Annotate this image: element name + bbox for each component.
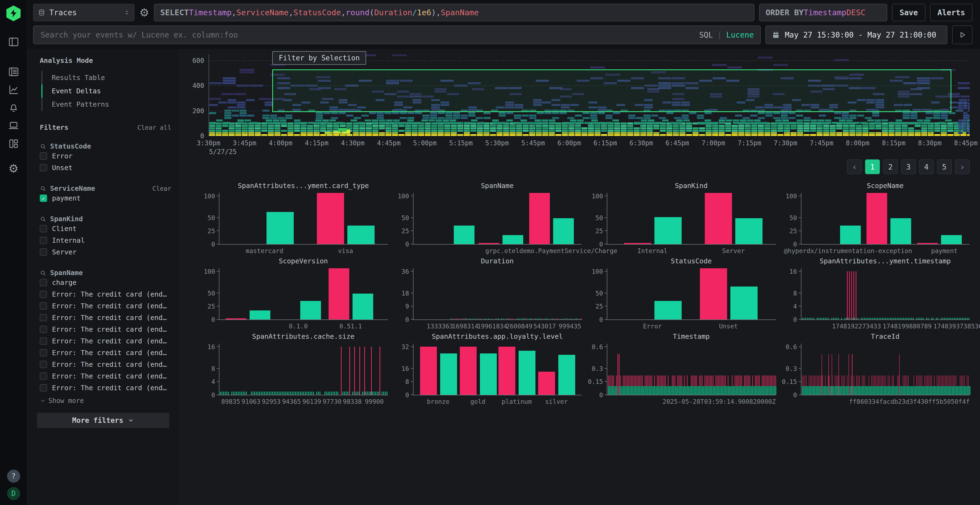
pagination-page-4[interactable]: 4 [919,159,934,174]
checkbox[interactable] [40,291,47,298]
mode-item-results-table[interactable]: Results Table [41,71,171,84]
checkbox[interactable] [40,361,47,368]
filter-option[interactable]: Error: The credit card (end… [40,359,171,370]
pagination-next-button[interactable]: › [955,159,970,174]
value-label: 96139 [302,398,321,405]
filter-option[interactable]: Error: The credit card (end… [40,382,171,394]
lucene-toggle[interactable]: Lucene [726,30,754,40]
save-button[interactable]: Save [892,4,925,21]
filter-option[interactable]: charge [40,277,171,288]
green-bar [632,386,633,395]
filter-option[interactable]: Internal [40,235,171,246]
green-bar [771,386,772,395]
checkbox[interactable] [40,302,47,310]
base-bar [858,318,858,319]
x-tick-label: 5:45pm [521,139,545,147]
checkbox[interactable] [40,279,47,286]
timeline-plot[interactable]: Filter by Selection [208,54,970,136]
filter-by-selection-tooltip[interactable]: Filter by Selection [272,51,366,65]
filter-option[interactable]: Client [40,223,171,235]
rail-alerts-bell[interactable] [7,101,20,114]
run-query-button[interactable] [952,25,972,44]
filter-option[interactable]: Error [40,150,171,162]
green-bar [766,386,767,395]
chart-plot[interactable] [219,193,388,245]
chart-plot[interactable] [413,268,582,320]
checkbox[interactable] [40,384,47,392]
source-settings-gear-icon[interactable]: ⚙ [139,6,149,19]
mode-item-event-patterns[interactable]: Event Patterns [41,98,171,111]
rail-sessions-laptop[interactable] [7,119,20,132]
green-bar [741,386,742,395]
pagination-page-1[interactable]: 1 [865,159,880,174]
more-filters-button[interactable]: More filters [37,413,169,428]
chart-plot[interactable] [219,344,388,395]
rail-dashboards[interactable] [7,137,20,150]
alerts-button[interactable]: Alerts [930,4,972,21]
filter-option[interactable]: Server [40,246,171,258]
base-bar [875,318,876,319]
pagination-page-3[interactable]: 3 [901,159,916,174]
pagination-prev-button[interactable]: ‹ [847,159,862,174]
checkbox[interactable] [40,248,47,256]
mode-item-event-deltas[interactable]: Event Deltas [41,84,171,98]
sql-toggle[interactable]: SQL [699,30,713,40]
language-toggle[interactable]: SQL | Lucene [699,30,754,40]
rail-settings-gear[interactable]: ⚙ [7,162,20,175]
pagination-page-5[interactable]: 5 [937,159,952,174]
filter-option[interactable]: Unset [40,162,171,173]
rail-event-feed[interactable] [7,65,20,78]
checkbox[interactable] [40,237,47,244]
checkbox[interactable] [40,373,47,380]
y-tick-mark [799,230,801,231]
rail-chart-line[interactable] [7,83,20,96]
chart-plot[interactable] [801,193,970,245]
clear-all-link[interactable]: Clear all [137,124,171,131]
checkbox[interactable] [40,152,47,160]
show-more-link[interactable]: Show more [40,397,171,405]
checkbox[interactable] [40,314,47,321]
chart-plot[interactable] [607,193,776,245]
search-input[interactable] [40,30,699,40]
chart-plot[interactable] [413,344,582,395]
chart-plot[interactable] [219,268,388,320]
sql-select-input[interactable]: SELECT Timestamp,ServiceName,StatusCode,… [154,4,755,21]
y-tick-mark [217,293,219,293]
filter-option[interactable]: Error: The credit card (end… [40,324,171,335]
rail-panel-left[interactable] [7,35,20,48]
source-select[interactable]: Traces [33,4,134,21]
chart-plot[interactable] [801,268,970,320]
filter-option[interactable]: ✓payment [40,192,171,204]
selection-region[interactable] [272,69,951,112]
filter-option[interactable]: Error: The credit card (end… [40,347,171,359]
checkbox[interactable] [40,326,47,333]
checkbox[interactable]: ✓ [40,195,47,202]
chart-plot[interactable] [801,344,970,395]
filter-option[interactable]: Error: The credit card (end… [40,288,171,300]
clear-filter-link[interactable]: Clear [153,185,171,192]
filter-option[interactable]: Error: The credit card (end… [40,370,171,382]
app-logo[interactable] [6,5,22,21]
green-bar [636,386,638,395]
checkbox[interactable] [40,164,47,172]
green-bar [655,386,657,395]
tiny-bar [534,318,535,319]
date-range-picker[interactable]: May 27 15:30:00 - May 27 21:00:00 [765,25,947,44]
help-button[interactable]: ? [7,470,20,483]
sql-orderby-input[interactable]: ORDER BY Timestamp DESC [759,4,887,21]
category-label: visa [338,247,353,254]
filter-option[interactable]: Error: The credit card (end… [40,300,171,312]
pagination-page-2[interactable]: 2 [883,159,898,174]
checkbox[interactable] [40,337,47,345]
checkbox[interactable] [40,225,47,232]
tiny-bar [488,318,489,319]
chart-plot[interactable] [607,344,776,395]
filter-option[interactable]: Error: The credit card (end… [40,312,171,324]
base-bar [334,392,335,395]
user-avatar[interactable]: D [7,487,20,500]
chart-plot[interactable] [607,268,776,320]
chart-plot[interactable] [413,193,582,245]
checkbox[interactable] [40,349,47,356]
tiny-bar [477,318,477,319]
filter-option[interactable]: Error: The credit card (end… [40,335,171,347]
